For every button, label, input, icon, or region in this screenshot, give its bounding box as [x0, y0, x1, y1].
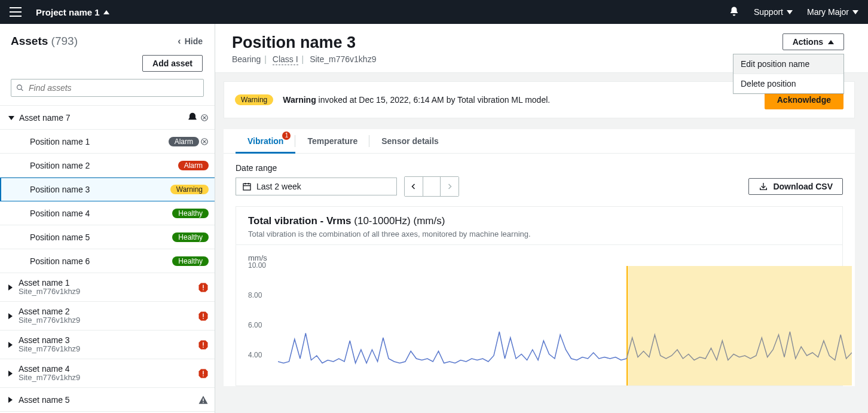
- position-row[interactable]: Position name 2Alarm: [0, 154, 215, 178]
- y-tick: 6.00: [248, 321, 262, 329]
- date-range-select[interactable]: Last 2 week: [236, 178, 397, 195]
- date-range-label: Date range: [236, 163, 843, 173]
- main-content: Position name 3 Bearing| Class I| Site_m…: [215, 24, 868, 413]
- svg-rect-12: [203, 313, 204, 317]
- x-circle-icon: [200, 114, 209, 122]
- position-row[interactable]: Position name 5Healthy: [0, 225, 215, 249]
- alert-octagon-icon: [198, 311, 209, 322]
- download-icon: [759, 182, 768, 191]
- svg-rect-16: [203, 347, 204, 348]
- x-circle-icon: [200, 137, 209, 146]
- user-menu[interactable]: Mary Major: [807, 7, 858, 17]
- svg-line-1: [21, 89, 23, 91]
- svg-point-0: [17, 85, 22, 90]
- bell-mute-icon: [186, 112, 199, 124]
- expand-caret-icon[interactable]: [8, 371, 13, 377]
- svg-rect-10: [203, 289, 204, 290]
- search-icon: [16, 84, 24, 92]
- triangle-up-icon: [828, 40, 834, 44]
- chevron-left-icon: ‹: [178, 36, 181, 47]
- alert-badge: Warning: [235, 94, 273, 105]
- status-badge: Warning: [170, 185, 209, 194]
- y-tick: 8.00: [248, 291, 262, 299]
- expand-caret-icon[interactable]: [8, 313, 13, 319]
- expand-caret-icon[interactable]: [8, 397, 13, 403]
- hamburger-icon[interactable]: [10, 5, 24, 19]
- search-assets-input[interactable]: [29, 83, 198, 93]
- asset-row[interactable]: Asset name 4Site_m776v1khz9: [0, 359, 215, 388]
- triangle-down-icon: [787, 10, 793, 14]
- top-nav: Project name 1 Support Mary Major: [0, 0, 868, 24]
- assets-sidebar: Assets (793) ‹ Hide Add asset Asset name…: [0, 24, 215, 413]
- alert-octagon-icon: [198, 282, 209, 293]
- alert-octagon-icon: [198, 368, 209, 379]
- actions-dropdown: Edit position name Delete position: [733, 54, 844, 94]
- y-tick: 10.00: [248, 261, 266, 270]
- expand-caret-icon[interactable]: [8, 116, 14, 120]
- chart-title: Total vibration - Vrms (10-1000Hz) (mm/s…: [248, 215, 830, 227]
- date-range-prev[interactable]: [405, 177, 423, 196]
- date-range-next[interactable]: [441, 177, 459, 196]
- download-csv-button[interactable]: Download CSV: [748, 178, 843, 195]
- asset-row[interactable]: Asset name 5: [0, 388, 215, 412]
- y-tick: 4.00: [248, 351, 262, 359]
- asset-row[interactable]: Asset name 3Site_m776v1khz9: [0, 331, 215, 359]
- expand-caret-icon[interactable]: [8, 284, 13, 290]
- warning-triangle-icon: [198, 394, 209, 405]
- chart-plot: 4.006.008.0010.00: [248, 266, 830, 386]
- svg-rect-9: [203, 284, 204, 288]
- position-row[interactable]: Position name 1Alarm: [0, 130, 215, 154]
- chart-series: [278, 266, 852, 386]
- svg-rect-19: [203, 375, 204, 377]
- search-assets-input-wrap[interactable]: [11, 79, 204, 97]
- notifications-icon[interactable]: [729, 6, 739, 19]
- status-badge: Healthy: [172, 256, 209, 266]
- svg-rect-15: [203, 342, 204, 345]
- status-badge: Healthy: [172, 232, 209, 242]
- expand-caret-icon[interactable]: [8, 342, 13, 348]
- chart-y-unit: mm/s: [248, 253, 830, 262]
- tab-temperature[interactable]: Temperature: [295, 129, 369, 153]
- project-name: Project name 1: [36, 7, 100, 17]
- asset-tree: Asset name 7Position name 1AlarmPosition…: [0, 105, 215, 413]
- chevron-left-icon: [410, 183, 417, 190]
- position-row[interactable]: Position name 3Warning: [0, 178, 215, 201]
- sidebar-title: Assets (793): [11, 35, 78, 48]
- date-range-pager: [404, 176, 459, 197]
- breadcrumb: Bearing| Class I| Site_m776v1khz9: [232, 54, 376, 64]
- svg-rect-21: [203, 398, 204, 401]
- status-badge: Alarm: [178, 161, 209, 170]
- page-title: Position name 3: [232, 33, 376, 52]
- project-selector[interactable]: Project name 1: [36, 7, 109, 17]
- triangle-up-icon: [103, 10, 109, 14]
- alert-message: Warning invoked at Dec 15, 2022, 6:14 AM…: [283, 95, 755, 105]
- hide-sidebar-button[interactable]: ‹ Hide: [178, 36, 203, 47]
- svg-rect-22: [203, 402, 204, 403]
- svg-rect-18: [203, 371, 204, 374]
- status-badge: Alarm: [169, 137, 199, 146]
- status-badge: Healthy: [172, 209, 209, 218]
- chevron-right-icon: [446, 183, 453, 190]
- tabs: Vibration1TemperatureSensor details: [224, 129, 855, 154]
- chart-card: Total vibration - Vrms (10-1000Hz) (mm/s…: [236, 206, 843, 386]
- actions-menu-edit[interactable]: Edit position name: [733, 54, 843, 74]
- position-row[interactable]: Position name 4Healthy: [0, 201, 215, 225]
- svg-rect-23: [243, 183, 250, 190]
- svg-rect-13: [203, 318, 204, 319]
- triangle-down-icon: [852, 10, 858, 14]
- alert-octagon-icon: [198, 339, 209, 350]
- asset-row[interactable]: Asset name 2Site_m776v1khz9: [0, 302, 215, 331]
- asset-row[interactable]: Asset name 7: [0, 106, 215, 130]
- actions-button[interactable]: Actions: [783, 33, 844, 50]
- position-row[interactable]: Position name 6Healthy: [0, 249, 215, 273]
- tab-vibration[interactable]: Vibration1: [236, 129, 295, 153]
- actions-menu-delete[interactable]: Delete position: [733, 74, 843, 93]
- asset-row[interactable]: Asset name 1Site_m776v1khz9: [0, 273, 215, 302]
- add-asset-button[interactable]: Add asset: [142, 55, 203, 72]
- tab-sensor-details[interactable]: Sensor details: [369, 129, 451, 153]
- calendar-icon: [242, 182, 252, 191]
- tab-badge: 1: [282, 131, 291, 140]
- chart-subtitle: Total vibration is the combination of al…: [248, 230, 830, 238]
- support-menu[interactable]: Support: [754, 7, 793, 17]
